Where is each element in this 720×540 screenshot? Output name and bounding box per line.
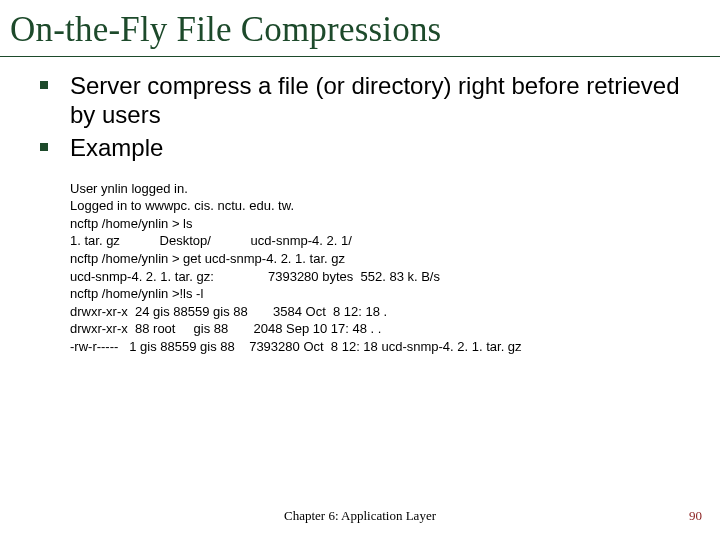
bullet-item: Server compress a file (or directory) ri…: [40, 71, 702, 130]
footer-page-number: 90: [689, 508, 702, 524]
square-bullet-icon: [40, 143, 48, 151]
terminal-output: User ynlin logged in. Logged in to wwwpc…: [70, 180, 702, 355]
bullet-text: Example: [70, 133, 163, 162]
bullet-item: Example: [40, 133, 702, 162]
bullet-text: Server compress a file (or directory) ri…: [70, 71, 702, 130]
slide-title: On-the-Fly File Compressions: [0, 0, 720, 57]
slide-content: Server compress a file (or directory) ri…: [0, 57, 720, 355]
footer-chapter: Chapter 6: Application Layer: [0, 508, 720, 524]
square-bullet-icon: [40, 81, 48, 89]
